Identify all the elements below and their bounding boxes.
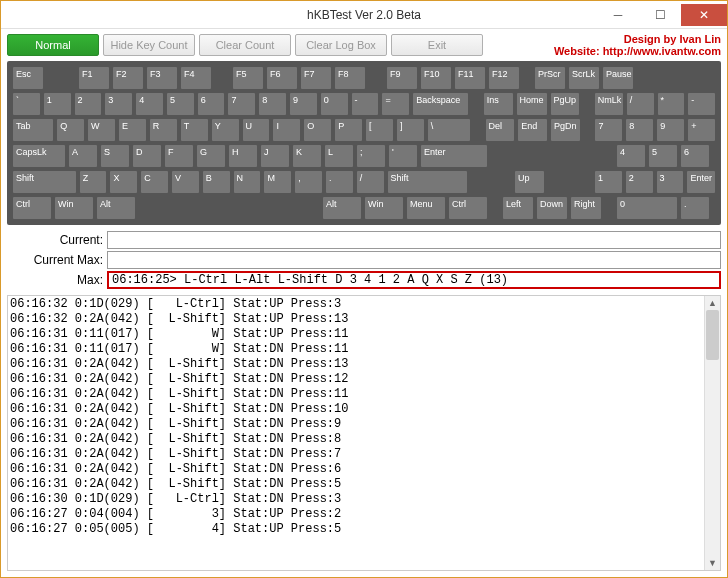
key-shift: Shift [13,171,76,193]
minimize-button[interactable]: ─ [597,4,639,26]
key-scrlk: ScrLk [569,67,599,89]
key-: * [658,93,685,115]
close-button[interactable]: ✕ [681,4,727,26]
exit-button[interactable]: Exit [391,34,483,56]
hide-key-count-button[interactable]: Hide Key Count [103,34,195,56]
max-input[interactable] [107,271,721,289]
key-q: Q [57,119,84,141]
key-nmlk: NmLk [595,93,623,115]
scroll-up-icon[interactable]: ▲ [705,296,720,310]
key-6: 6 [198,93,225,115]
key-v: V [172,171,199,193]
keyboard-panel: EscF1F2F3F4F5F6F7F8F9F10F11F12PrScrScrLk… [7,61,721,225]
key-0: 0 [617,197,677,219]
credit-block: Design by Ivan Lin Website: http://www.i… [554,33,721,57]
key-capslk: CapsLk [13,145,65,167]
key-enter: Enter [421,145,487,167]
key-f5: F5 [233,67,263,89]
key-r: R [150,119,177,141]
max-label: Max: [7,273,107,287]
fields-area: Current: Current Max: Max: [7,231,721,291]
key-f11: F11 [455,67,485,89]
key-8: 8 [626,119,653,141]
key-3: 3 [105,93,132,115]
key-: ' [389,145,417,167]
key-2: 2 [75,93,102,115]
key-8: 8 [259,93,286,115]
key-7: 7 [228,93,255,115]
key-f1: F1 [79,67,109,89]
key-h: H [229,145,257,167]
key-5: 5 [167,93,194,115]
key-9: 9 [290,93,317,115]
window-controls: ─ ☐ ✕ [597,4,727,26]
key-f12: F12 [489,67,519,89]
key-x: X [110,171,137,193]
scroll-thumb[interactable] [706,310,719,360]
key-left: Left [503,197,533,219]
key-l: L [325,145,353,167]
key-9: 9 [657,119,684,141]
key-alt: Alt [97,197,135,219]
maximize-button[interactable]: ☐ [639,4,681,26]
key-backspace: Backspace [413,93,468,115]
key-esc: Esc [13,67,43,89]
key-f7: F7 [301,67,331,89]
key-prscr: PrScr [535,67,565,89]
key-o: O [304,119,331,141]
key-: ` [13,93,40,115]
key-ctrl: Ctrl [449,197,487,219]
key-7: 7 [595,119,622,141]
clear-log-button[interactable]: Clear Log Box [295,34,387,56]
current-max-label: Current Max: [7,253,107,267]
key-b: B [203,171,230,193]
normal-button[interactable]: Normal [7,34,99,56]
app-window: hKBTest Ver 2.0 Beta ─ ☐ ✕ Normal Hide K… [0,0,728,578]
key-: / [357,171,384,193]
log-scrollbar[interactable]: ▲ ▼ [704,296,720,570]
key-shift: Shift [388,171,468,193]
scroll-down-icon[interactable]: ▼ [705,556,720,570]
key-: \ [428,119,470,141]
key-a: A [69,145,97,167]
key-: , [295,171,322,193]
key-: / [627,93,654,115]
key-alt: Alt [323,197,361,219]
key-s: S [101,145,129,167]
key-6: 6 [681,145,709,167]
log-container: 06:16:32 0:1D(029) [ L-Ctrl] Stat:UP Pre… [7,295,721,571]
current-input[interactable] [107,231,721,249]
key-del: Del [486,119,515,141]
log-box[interactable]: 06:16:32 0:1D(029) [ L-Ctrl] Stat:UP Pre… [8,296,704,570]
key-f9: F9 [387,67,417,89]
key-1: 1 [44,93,71,115]
key-ctrl: Ctrl [13,197,51,219]
key-right: Right [571,197,601,219]
key-u: U [243,119,270,141]
toolbar-row: Normal Hide Key Count Clear Count Clear … [7,33,721,57]
key-2: 2 [626,171,653,193]
key-win: Win [55,197,93,219]
key-f3: F3 [147,67,177,89]
key-1: 1 [595,171,622,193]
clear-count-button[interactable]: Clear Count [199,34,291,56]
key-y: Y [212,119,239,141]
key-f2: F2 [113,67,143,89]
credit-website-link[interactable]: http://www.ivantw.com [603,45,721,57]
current-max-input[interactable] [107,251,721,269]
key-end: End [518,119,547,141]
key-enter: Enter [687,171,715,193]
key-ins: Ins [484,93,513,115]
key-4: 4 [136,93,163,115]
key-g: G [197,145,225,167]
key-4: 4 [617,145,645,167]
key-i: I [273,119,300,141]
key-pgdn: PgDn [551,119,580,141]
key-: [ [366,119,393,141]
key-tab: Tab [13,119,53,141]
key-pgup: PgUp [551,93,580,115]
key-: . [326,171,353,193]
key-f8: F8 [335,67,365,89]
key-3: 3 [657,171,684,193]
key-f: F [165,145,193,167]
